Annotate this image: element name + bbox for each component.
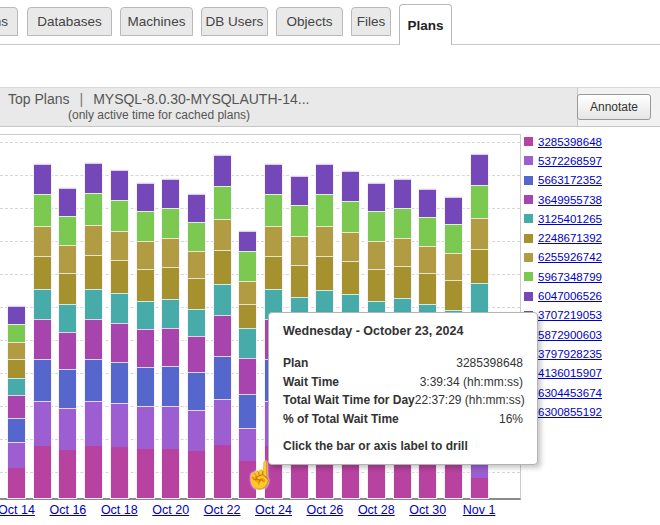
- bar-segment-plan-6255926742[interactable]: [137, 241, 154, 269]
- bar-segment-plan-6255926742[interactable]: [342, 232, 359, 261]
- bar-segment-plan-2248671392[interactable]: [34, 256, 51, 289]
- bar-segment-plan-6047006526[interactable]: [419, 189, 436, 217]
- legend-item-5663172352[interactable]: 5663172352: [524, 171, 658, 190]
- legend-item-5372268597[interactable]: 5372268597: [524, 151, 658, 170]
- bar-segment-plan-5967348799[interactable]: [239, 251, 256, 281]
- legend-item-5872900603[interactable]: 5872900603: [524, 325, 658, 344]
- bar-segment-plan-5967348799[interactable]: [316, 194, 333, 226]
- x-axis-label-oct-24[interactable]: Oct 24: [255, 503, 292, 517]
- x-axis-label-nov-1[interactable]: Nov 1: [463, 503, 496, 517]
- bar-segment-plan-2248671392[interactable]: [137, 269, 154, 301]
- legend-plan-link[interactable]: 2248671392: [538, 232, 602, 244]
- bar-segment-plan-5372268597[interactable]: [34, 401, 51, 446]
- stacked-bar-oct-17[interactable]: [85, 163, 102, 498]
- bar-segment-plan-5663172352[interactable]: [162, 366, 179, 406]
- bar-segment-plan-5967348799[interactable]: [85, 193, 102, 225]
- bar-segment-plan-6047006526[interactable]: [471, 154, 488, 185]
- legend-plan-link[interactable]: 5872900603: [538, 329, 602, 341]
- bar-segment-plan-3649955738[interactable]: [8, 395, 25, 418]
- bar-segment-plan-5372268597[interactable]: [162, 406, 179, 449]
- bar-segment-plan-5372268597[interactable]: [111, 403, 128, 447]
- bar-segment-plan-6047006526[interactable]: [368, 183, 385, 211]
- bar-segment-plan-5967348799[interactable]: [111, 200, 128, 231]
- bar-segment-plan-3649955738[interactable]: [137, 329, 154, 367]
- bar-segment-plan-3125401265[interactable]: [85, 289, 102, 319]
- legend-item-3649955738[interactable]: 3649955738: [524, 190, 658, 209]
- bar-segment-plan-5967348799[interactable]: [8, 324, 25, 342]
- legend-plan-link[interactable]: 3285398648: [538, 136, 602, 148]
- bar-segment-plan-3649955738[interactable]: [188, 336, 205, 372]
- bar-segment-plan-6255926742[interactable]: [34, 226, 51, 256]
- legend-plan-link[interactable]: 6047006526: [538, 290, 602, 302]
- tab-machines[interactable]: Machines: [120, 7, 193, 36]
- stacked-bar-oct-14[interactable]: [8, 306, 25, 498]
- legend-item-2248671392[interactable]: 2248671392: [524, 228, 658, 247]
- bar-segment-plan-3649955738[interactable]: [85, 319, 102, 359]
- x-axis-label-oct-26[interactable]: Oct 26: [306, 503, 343, 517]
- bar-segment-plan-5663172352[interactable]: [239, 394, 256, 428]
- x-axis-label-oct-16[interactable]: Oct 16: [49, 503, 86, 517]
- stacked-bar-oct-18[interactable]: [111, 170, 128, 498]
- bar-segment-plan-5372268597[interactable]: [8, 442, 25, 468]
- bar-segment-plan-5372268597[interactable]: [214, 399, 231, 445]
- stacked-bar-oct-20[interactable]: [162, 179, 179, 498]
- bar-segment-plan-3649955738[interactable]: [239, 358, 256, 394]
- bar-segment-plan-3285398648[interactable]: [137, 449, 154, 498]
- legend-plan-link[interactable]: 4136015907: [538, 367, 602, 379]
- legend-plan-link[interactable]: 5663172352: [538, 174, 602, 186]
- bar-segment-plan-6255926742[interactable]: [419, 246, 436, 273]
- bar-segment-plan-6047006526[interactable]: [239, 231, 256, 251]
- bar-segment-plan-6047006526[interactable]: [214, 155, 231, 186]
- stacked-bar-oct-15[interactable]: [34, 164, 51, 498]
- bar-segment-plan-2248671392[interactable]: [291, 265, 308, 297]
- bar-segment-plan-2248671392[interactable]: [239, 304, 256, 328]
- tab-plans[interactable]: Plans: [399, 4, 452, 45]
- bar-segment-plan-5663172352[interactable]: [188, 372, 205, 410]
- bar-segment-plan-3125401265[interactable]: [137, 301, 154, 329]
- stacked-bar-oct-16[interactable]: [59, 188, 76, 498]
- bar-segment-plan-2248671392[interactable]: [59, 273, 76, 304]
- legend-item-6255926742[interactable]: 6255926742: [524, 248, 658, 267]
- bar-segment-plan-5967348799[interactable]: [394, 208, 411, 238]
- bar-segment-plan-6255926742[interactable]: [471, 218, 488, 249]
- bar-segment-plan-6255926742[interactable]: [162, 238, 179, 267]
- bar-segment-plan-6047006526[interactable]: [394, 179, 411, 208]
- bar-segment-plan-6047006526[interactable]: [85, 163, 102, 193]
- bar-segment-plan-6255926742[interactable]: [316, 226, 333, 256]
- bar-segment-plan-3285398648[interactable]: [162, 449, 179, 498]
- bar-segment-plan-3285398648[interactable]: [188, 451, 205, 498]
- bar-segment-plan-2248671392[interactable]: [214, 250, 231, 284]
- bar-segment-plan-3125401265[interactable]: [59, 304, 76, 332]
- legend-item-6300855192[interactable]: 6300855192: [524, 402, 658, 421]
- bar-segment-plan-6047006526[interactable]: [291, 176, 308, 205]
- bar-segment-plan-5967348799[interactable]: [471, 185, 488, 218]
- legend-plan-link[interactable]: 5967348799: [538, 271, 602, 283]
- bar-segment-plan-5372268597[interactable]: [239, 428, 256, 461]
- bar-segment-plan-2248671392[interactable]: [111, 260, 128, 293]
- bar-segment-plan-6255926742[interactable]: [291, 236, 308, 265]
- bar-segment-plan-2248671392[interactable]: [188, 278, 205, 309]
- x-axis-label-oct-28[interactable]: Oct 28: [358, 503, 395, 517]
- bar-segment-plan-5967348799[interactable]: [265, 194, 282, 226]
- bar-segment-plan-3285398648[interactable]: [85, 446, 102, 498]
- bar-segment-plan-5663172352[interactable]: [85, 359, 102, 401]
- bar-segment-plan-3125401265[interactable]: [34, 289, 51, 319]
- bar-segment-plan-6047006526[interactable]: [59, 188, 76, 216]
- bar-segment-plan-6047006526[interactable]: [265, 164, 282, 194]
- bar-segment-plan-3649955738[interactable]: [34, 319, 51, 359]
- bar-segment-plan-3285398648[interactable]: [214, 445, 231, 498]
- bar-segment-plan-6047006526[interactable]: [137, 183, 154, 211]
- bar-segment-plan-6047006526[interactable]: [445, 197, 462, 224]
- tab-objects[interactable]: Objects: [276, 7, 343, 36]
- legend-item-3125401265[interactable]: 3125401265: [524, 209, 658, 228]
- bar-segment-plan-3649955738[interactable]: [214, 315, 231, 356]
- bar-segment-plan-5663172352[interactable]: [214, 356, 231, 399]
- bar-segment-plan-3125401265[interactable]: [188, 309, 205, 336]
- tab-files[interactable]: Files: [351, 7, 391, 36]
- bar-segment-plan-3285398648[interactable]: [59, 450, 76, 498]
- bar-segment-plan-3125401265[interactable]: [111, 293, 128, 323]
- bar-segment-plan-6047006526[interactable]: [188, 194, 205, 222]
- legend-item-6304453674[interactable]: 6304453674: [524, 383, 658, 402]
- x-axis-label-oct-14[interactable]: Oct 14: [0, 503, 35, 517]
- bar-segment-plan-3285398648[interactable]: [471, 478, 488, 498]
